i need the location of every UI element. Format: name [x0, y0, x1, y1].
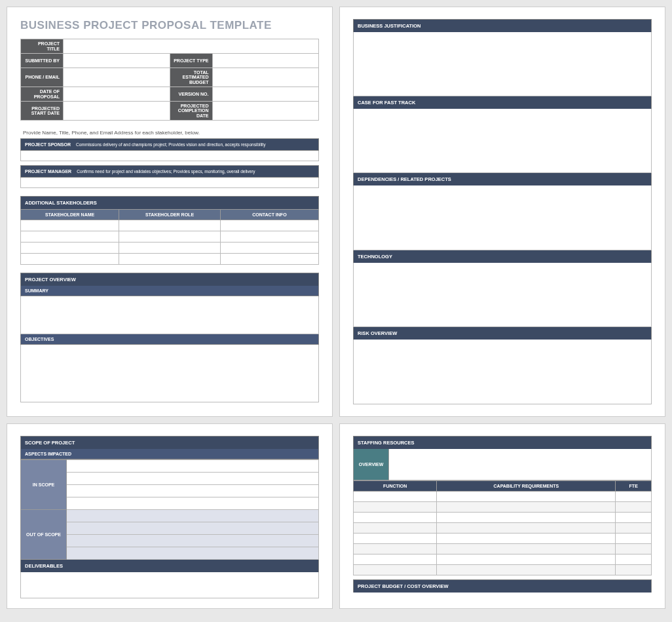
out-scope-cell[interactable] [67, 510, 319, 522]
fast-track-box[interactable] [353, 109, 652, 174]
stk-cell[interactable] [21, 220, 119, 231]
staffing-overview-label: OVERVIEW [353, 449, 389, 480]
stakeholder-instruction: Provide Name, Title, Phone, and Email Ad… [23, 130, 319, 136]
staff-cell[interactable] [437, 492, 616, 502]
value-submitted-by[interactable] [64, 54, 170, 68]
seg-risk: RISK OVERVIEW [353, 327, 652, 404]
staff-cell[interactable] [616, 523, 652, 534]
label-projected-start: PROJECTED START DATE [21, 102, 64, 121]
stk-cell[interactable] [119, 220, 221, 231]
value-version-no[interactable] [212, 87, 319, 102]
objectives-box[interactable] [20, 345, 319, 402]
staffing-overview-row: OVERVIEW [353, 449, 652, 480]
objectives-label: OBJECTIVES [20, 334, 319, 345]
staff-cell[interactable] [616, 513, 652, 523]
staff-col-capability: CAPABILITY REQUIREMENTS [437, 481, 616, 492]
staff-cell[interactable] [437, 502, 616, 513]
stk-cell[interactable] [21, 254, 119, 265]
staff-cell[interactable] [354, 492, 437, 502]
value-projected-start[interactable] [64, 102, 170, 121]
label-version-no: VERSION NO. [170, 87, 212, 102]
staff-cell[interactable] [354, 502, 437, 513]
stk-cell[interactable] [220, 254, 318, 265]
sponsor-desc: Commissions delivery of and champions pr… [76, 142, 265, 147]
staff-cell[interactable] [616, 492, 652, 502]
staff-col-function: FUNCTION [354, 481, 437, 492]
value-project-title[interactable] [64, 39, 319, 54]
document-title: BUSINESS PROJECT PROPOSAL TEMPLATE [20, 19, 319, 32]
value-phone-email[interactable] [64, 68, 170, 87]
label-project-type: PROJECT TYPE [170, 54, 212, 68]
value-date-proposal[interactable] [64, 87, 170, 102]
seg-dependencies: DEPENDENCIES / RELATED PROJECTS [353, 173, 652, 250]
label-phone-email: PHONE / EMAIL [21, 68, 64, 87]
staff-cell[interactable] [616, 554, 652, 565]
staff-cell[interactable] [354, 513, 437, 523]
staff-cell[interactable] [437, 565, 616, 575]
out-scope-cell[interactable] [67, 522, 319, 535]
in-scope-cell[interactable] [67, 473, 319, 485]
risk-box[interactable] [353, 340, 652, 404]
stk-cell[interactable] [119, 243, 221, 254]
stk-cell[interactable] [119, 254, 221, 265]
seg-business-justification: BUSINESS JUSTIFICATION [353, 19, 652, 96]
stk-cell[interactable] [21, 231, 119, 243]
staffing-overview-box[interactable] [389, 449, 652, 480]
fast-track-label: CASE FOR FAST TRACK [353, 96, 652, 109]
technology-box[interactable] [353, 263, 652, 328]
staff-cell[interactable] [437, 513, 616, 523]
deliverables-box[interactable] [20, 572, 319, 598]
staff-cell[interactable] [354, 523, 437, 534]
out-scope-cell[interactable] [67, 535, 319, 547]
staff-cell[interactable] [616, 502, 652, 513]
value-projected-completion[interactable] [212, 102, 319, 121]
business-justification-box[interactable] [353, 32, 652, 96]
out-scope-label: OUT OF SCOPE [21, 510, 67, 560]
page-4: STAFFING RESOURCES OVERVIEW FUNCTION CAP… [339, 423, 665, 609]
staff-cell[interactable] [354, 534, 437, 544]
staff-cell[interactable] [354, 554, 437, 565]
risk-label: RISK OVERVIEW [353, 327, 652, 340]
stk-cell[interactable] [220, 243, 318, 254]
stk-cell[interactable] [220, 231, 318, 243]
value-project-type[interactable] [212, 54, 319, 68]
stk-cell[interactable] [119, 231, 221, 243]
out-scope-cell[interactable] [67, 547, 319, 560]
seg-technology: TECHNOLOGY [353, 250, 652, 328]
summary-box[interactable] [20, 296, 319, 334]
aspects-label: ASPECTS IMPACTED [20, 449, 319, 459]
stk-col-name: STAKEHOLDER NAME [21, 210, 119, 220]
staff-cell[interactable] [437, 544, 616, 554]
staff-cell[interactable] [437, 523, 616, 534]
project-info-table: PROJECT TITLE SUBMITTED BY PROJECT TYPE … [20, 39, 319, 121]
sponsor-label: PROJECT SPONSOR [25, 142, 71, 147]
label-project-title: PROJECT TITLE [21, 39, 64, 54]
in-scope-cell[interactable] [67, 497, 319, 510]
project-sponsor-bar: PROJECT SPONSOR Commissions delivery of … [20, 138, 319, 151]
stk-cell[interactable] [21, 243, 119, 254]
page-3: SCOPE OF PROJECT ASPECTS IMPACTED IN SCO… [7, 423, 333, 609]
stakeholders-header: ADDITIONAL STAKEHOLDERS [20, 196, 319, 209]
staff-cell[interactable] [616, 534, 652, 544]
manager-label: PROJECT MANAGER [25, 169, 71, 174]
dependencies-box[interactable] [353, 185, 652, 250]
scope-header: SCOPE OF PROJECT [20, 436, 319, 449]
label-projected-completion: PROJECTED COMPLETION DATE [170, 102, 212, 121]
manager-input[interactable] [20, 178, 319, 188]
value-total-budget[interactable] [212, 68, 319, 87]
in-scope-cell[interactable] [67, 460, 319, 473]
manager-desc: Confirms need for project and validates … [77, 169, 255, 174]
summary-label: SUMMARY [20, 286, 319, 296]
staff-cell[interactable] [437, 534, 616, 544]
staff-cell[interactable] [354, 565, 437, 575]
business-justification-label: BUSINESS JUSTIFICATION [353, 19, 652, 32]
sponsor-input[interactable] [20, 151, 319, 161]
in-scope-cell[interactable] [67, 485, 319, 497]
staff-cell[interactable] [616, 565, 652, 575]
deliverables-label: DELIVERABLES [20, 560, 319, 572]
stk-cell[interactable] [220, 220, 318, 231]
staff-cell[interactable] [616, 544, 652, 554]
staff-cell[interactable] [354, 544, 437, 554]
staff-cell[interactable] [437, 554, 616, 565]
project-manager-bar: PROJECT MANAGER Confirms need for projec… [20, 165, 319, 178]
